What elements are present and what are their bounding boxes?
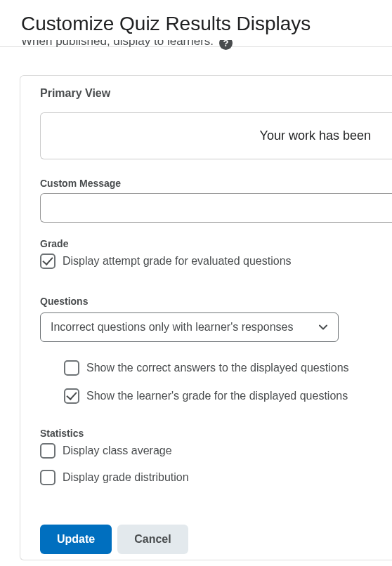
help-icon[interactable]: ? [219, 40, 233, 50]
preview-box: Your work has been [40, 112, 392, 159]
show-grade-label: Show the learner's grade for the display… [86, 390, 348, 402]
show-correct-label: Show the correct answers to the displaye… [86, 362, 349, 374]
questions-select-wrap: Incorrect questions only with learner's … [40, 312, 339, 342]
subheader-text: When published, display to learners: [21, 40, 214, 48]
questions-select[interactable]: Incorrect questions only with learner's … [40, 312, 339, 342]
class-average-checkbox[interactable] [40, 443, 55, 459]
questions-label: Questions [40, 296, 392, 307]
statistics-label: Statistics [40, 428, 392, 439]
show-correct-row: Show the correct answers to the displaye… [64, 360, 392, 376]
show-correct-checkbox[interactable] [64, 360, 79, 376]
update-button[interactable]: Update [40, 525, 112, 554]
statistics-section: Statistics Display class average Display… [40, 428, 392, 485]
grade-checkbox-label: Display attempt grade for evaluated ques… [63, 255, 292, 268]
subheader: When published, display to learners: ? [0, 40, 392, 54]
questions-section: Questions Incorrect questions only with … [40, 296, 392, 404]
cancel-button[interactable]: Cancel [117, 525, 188, 554]
panel-title: Primary View [20, 76, 392, 112]
show-grade-row: Show the learner's grade for the display… [64, 388, 392, 404]
panel-body: Your work has been Custom Message Grade … [20, 112, 392, 554]
grade-distribution-row: Display grade distribution [40, 470, 392, 485]
class-average-row: Display class average [40, 443, 392, 459]
custom-message-input[interactable] [40, 193, 392, 223]
grade-distribution-label: Display grade distribution [63, 471, 189, 484]
grade-checkbox-row: Display attempt grade for evaluated ques… [40, 254, 392, 269]
primary-view-panel: Primary View Your work has been Custom M… [20, 75, 392, 560]
show-grade-checkbox[interactable] [64, 388, 79, 404]
questions-select-value: Incorrect questions only with learner's … [51, 321, 293, 334]
grade-checkbox[interactable] [40, 254, 55, 269]
grade-label: Grade [40, 238, 392, 249]
grade-distribution-checkbox[interactable] [40, 470, 55, 485]
class-average-label: Display class average [63, 445, 172, 457]
custom-message-label: Custom Message [40, 178, 392, 189]
button-row: Update Cancel [40, 525, 392, 554]
grade-section: Grade Display attempt grade for evaluate… [40, 238, 392, 269]
page-title: Customize Quiz Results Displays [21, 13, 371, 35]
